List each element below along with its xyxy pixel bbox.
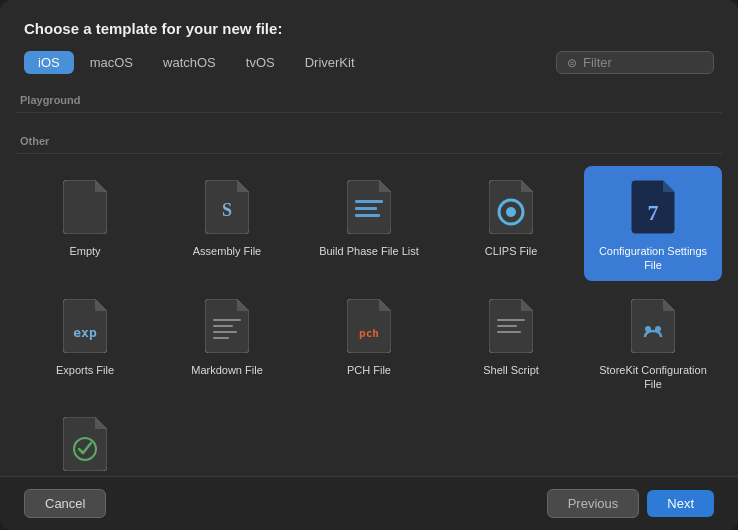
dialog-title: Choose a template for your new file:: [24, 20, 714, 37]
file-label-assembly-file: Assembly File: [193, 244, 261, 258]
file-item-storekit-config-file[interactable]: StoreKit Configuration File: [584, 285, 722, 400]
tab-macos[interactable]: macOS: [76, 51, 147, 74]
svg-point-5: [506, 207, 516, 217]
tab-ios[interactable]: iOS: [24, 51, 74, 74]
content-area: Playground Other Empty S Assembly File B…: [0, 86, 738, 476]
tab-driverkit[interactable]: DriverKit: [291, 51, 369, 74]
file-item-empty[interactable]: Empty: [16, 166, 154, 281]
file-icon-shell-script: [485, 295, 537, 357]
svg-point-17: [655, 326, 661, 332]
file-label-shell-script: Shell Script: [483, 363, 539, 377]
tab-tvos[interactable]: tvOS: [232, 51, 289, 74]
file-item-build-phase-file-list[interactable]: Build Phase File List: [300, 166, 438, 281]
playground-grid: [16, 117, 722, 127]
dialog-container: Choose a template for your new file: iOS…: [0, 0, 738, 530]
svg-rect-10: [213, 331, 237, 333]
other-grid: Empty S Assembly File Build Phase File L…: [16, 158, 722, 476]
file-label-empty: Empty: [69, 244, 100, 258]
svg-point-16: [645, 326, 651, 332]
tab-bar: iOS macOS watchOS tvOS DriverKit ⊜: [24, 51, 714, 74]
file-icon-assembly-file: S: [201, 176, 253, 238]
file-item-assembly-file[interactable]: S Assembly File: [158, 166, 296, 281]
dialog-header: Choose a template for your new file: iOS…: [0, 0, 738, 86]
file-item-exports-file[interactable]: exp Exports File: [16, 285, 154, 400]
file-label-markdown-file: Markdown File: [191, 363, 263, 377]
file-icon-configuration-settings-file: 7: [627, 176, 679, 238]
svg-rect-2: [355, 207, 377, 210]
file-item-test-plan[interactable]: Test Plan: [16, 403, 154, 476]
file-icon-exports-file: exp: [59, 295, 111, 357]
filter-input[interactable]: [583, 55, 703, 70]
svg-rect-9: [213, 325, 233, 327]
file-icon-clips-file: [485, 176, 537, 238]
svg-text:S: S: [222, 200, 232, 220]
svg-rect-3: [355, 214, 380, 217]
filter-box: ⊜: [556, 51, 714, 74]
file-icon-storekit-config-file: [627, 295, 679, 357]
previous-button[interactable]: Previous: [547, 489, 640, 518]
file-label-clips-file: CLIPS File: [485, 244, 538, 258]
svg-rect-8: [213, 319, 241, 321]
section-header-playground: Playground: [16, 86, 722, 113]
svg-text:7: 7: [648, 200, 659, 225]
file-item-clips-file[interactable]: CLIPS File: [442, 166, 580, 281]
file-icon-pch-file: pch: [343, 295, 395, 357]
cancel-button[interactable]: Cancel: [24, 489, 106, 518]
next-button[interactable]: Next: [647, 490, 714, 517]
file-label-build-phase-file-list: Build Phase File List: [319, 244, 419, 258]
tab-watchos[interactable]: watchOS: [149, 51, 230, 74]
svg-text:exp: exp: [73, 325, 97, 340]
svg-rect-1: [355, 200, 383, 203]
file-label-exports-file: Exports File: [56, 363, 114, 377]
file-icon-empty: [59, 176, 111, 238]
svg-text:pch: pch: [359, 327, 379, 340]
file-item-shell-script[interactable]: Shell Script: [442, 285, 580, 400]
svg-rect-11: [213, 337, 229, 339]
file-icon-build-phase-file-list: [343, 176, 395, 238]
file-icon-test-plan: [59, 413, 111, 475]
filter-icon: ⊜: [567, 56, 577, 70]
file-item-pch-file[interactable]: pch PCH File: [300, 285, 438, 400]
file-item-configuration-settings-file[interactable]: 7 Configuration Settings File: [584, 166, 722, 281]
svg-rect-13: [497, 319, 525, 321]
dialog-footer: Cancel Previous Next: [0, 476, 738, 530]
section-header-other: Other: [16, 127, 722, 154]
file-label-pch-file: PCH File: [347, 363, 391, 377]
file-item-markdown-file[interactable]: Markdown File: [158, 285, 296, 400]
svg-rect-15: [497, 331, 521, 333]
svg-rect-14: [497, 325, 517, 327]
file-label-configuration-settings-file: Configuration Settings File: [590, 244, 716, 273]
file-icon-markdown-file: [201, 295, 253, 357]
file-label-storekit-config-file: StoreKit Configuration File: [590, 363, 716, 392]
